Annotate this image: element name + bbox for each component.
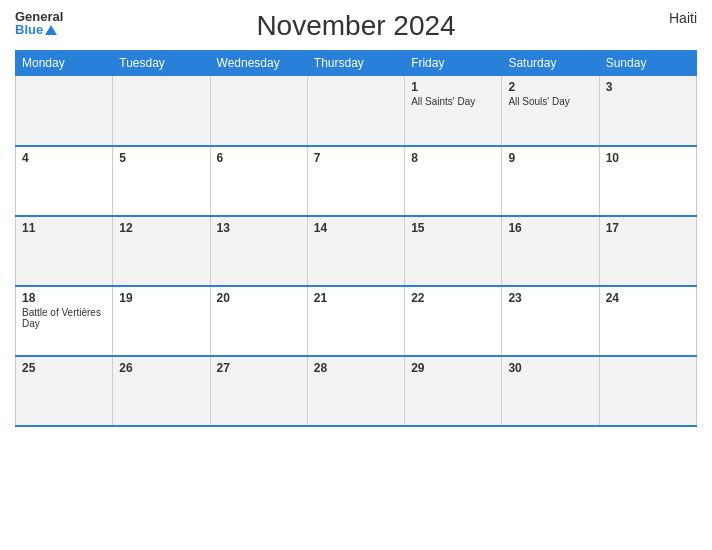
cell-w2-d6: 9 — [502, 146, 599, 216]
calendar-header: Monday Tuesday Wednesday Thursday Friday… — [16, 51, 697, 76]
country-label: Haiti — [669, 10, 697, 26]
cell-w3-d2: 12 — [113, 216, 210, 286]
day-number: 27 — [217, 361, 301, 375]
col-monday: Monday — [16, 51, 113, 76]
cell-w2-d1: 4 — [16, 146, 113, 216]
col-tuesday: Tuesday — [113, 51, 210, 76]
holiday-label: All Saints' Day — [411, 96, 495, 107]
day-number: 20 — [217, 291, 301, 305]
day-number: 21 — [314, 291, 398, 305]
col-sunday: Sunday — [599, 51, 696, 76]
logo: General Blue — [15, 10, 63, 36]
day-number: 4 — [22, 151, 106, 165]
cell-w5-d5: 29 — [405, 356, 502, 426]
calendar-table: Monday Tuesday Wednesday Thursday Friday… — [15, 50, 697, 427]
cell-w1-d4 — [307, 76, 404, 146]
day-number: 9 — [508, 151, 592, 165]
cell-w3-d1: 11 — [16, 216, 113, 286]
col-wednesday: Wednesday — [210, 51, 307, 76]
week-row-3: 11121314151617 — [16, 216, 697, 286]
day-number: 1 — [411, 80, 495, 94]
day-number: 29 — [411, 361, 495, 375]
cell-w3-d7: 17 — [599, 216, 696, 286]
day-number: 11 — [22, 221, 106, 235]
day-number: 7 — [314, 151, 398, 165]
cell-w1-d7: 3 — [599, 76, 696, 146]
col-friday: Friday — [405, 51, 502, 76]
cell-w4-d1: 18Battle of Vertières Day — [16, 286, 113, 356]
day-number: 24 — [606, 291, 690, 305]
cell-w2-d5: 8 — [405, 146, 502, 216]
cell-w4-d5: 22 — [405, 286, 502, 356]
day-number: 23 — [508, 291, 592, 305]
page: General Blue November 2024 Haiti Monday … — [0, 0, 712, 550]
col-saturday: Saturday — [502, 51, 599, 76]
day-number: 22 — [411, 291, 495, 305]
day-number: 15 — [411, 221, 495, 235]
day-number: 18 — [22, 291, 106, 305]
header: General Blue November 2024 Haiti — [15, 10, 697, 42]
day-number: 3 — [606, 80, 690, 94]
week-row-2: 45678910 — [16, 146, 697, 216]
day-number: 14 — [314, 221, 398, 235]
week-row-1: 1All Saints' Day2All Souls' Day3 — [16, 76, 697, 146]
day-number: 25 — [22, 361, 106, 375]
day-number: 30 — [508, 361, 592, 375]
cell-w5-d3: 27 — [210, 356, 307, 426]
cell-w3-d6: 16 — [502, 216, 599, 286]
cell-w3-d5: 15 — [405, 216, 502, 286]
logo-triangle-icon — [45, 25, 57, 35]
day-number: 8 — [411, 151, 495, 165]
cell-w4-d4: 21 — [307, 286, 404, 356]
logo-blue-text: Blue — [15, 23, 43, 36]
holiday-label: All Souls' Day — [508, 96, 592, 107]
day-number: 5 — [119, 151, 203, 165]
days-row: Monday Tuesday Wednesday Thursday Friday… — [16, 51, 697, 76]
cell-w2-d7: 10 — [599, 146, 696, 216]
cell-w4-d6: 23 — [502, 286, 599, 356]
col-thursday: Thursday — [307, 51, 404, 76]
cell-w4-d2: 19 — [113, 286, 210, 356]
cell-w4-d3: 20 — [210, 286, 307, 356]
day-number: 26 — [119, 361, 203, 375]
cell-w5-d6: 30 — [502, 356, 599, 426]
cell-w3-d4: 14 — [307, 216, 404, 286]
calendar-body: 1All Saints' Day2All Souls' Day345678910… — [16, 76, 697, 426]
day-number: 28 — [314, 361, 398, 375]
day-number: 13 — [217, 221, 301, 235]
cell-w5-d1: 25 — [16, 356, 113, 426]
day-number: 17 — [606, 221, 690, 235]
cell-w1-d2 — [113, 76, 210, 146]
day-number: 2 — [508, 80, 592, 94]
day-number: 12 — [119, 221, 203, 235]
cell-w2-d2: 5 — [113, 146, 210, 216]
cell-w3-d3: 13 — [210, 216, 307, 286]
holiday-label: Battle of Vertières Day — [22, 307, 106, 329]
day-number: 16 — [508, 221, 592, 235]
cell-w1-d5: 1All Saints' Day — [405, 76, 502, 146]
day-number: 10 — [606, 151, 690, 165]
week-row-4: 18Battle of Vertières Day192021222324 — [16, 286, 697, 356]
cell-w1-d1 — [16, 76, 113, 146]
cell-w2-d3: 6 — [210, 146, 307, 216]
cell-w2-d4: 7 — [307, 146, 404, 216]
cell-w5-d7 — [599, 356, 696, 426]
week-row-5: 252627282930 — [16, 356, 697, 426]
cell-w5-d2: 26 — [113, 356, 210, 426]
day-number: 6 — [217, 151, 301, 165]
cell-w1-d6: 2All Souls' Day — [502, 76, 599, 146]
cell-w1-d3 — [210, 76, 307, 146]
day-number: 19 — [119, 291, 203, 305]
cell-w4-d7: 24 — [599, 286, 696, 356]
calendar-title: November 2024 — [256, 10, 455, 42]
cell-w5-d4: 28 — [307, 356, 404, 426]
